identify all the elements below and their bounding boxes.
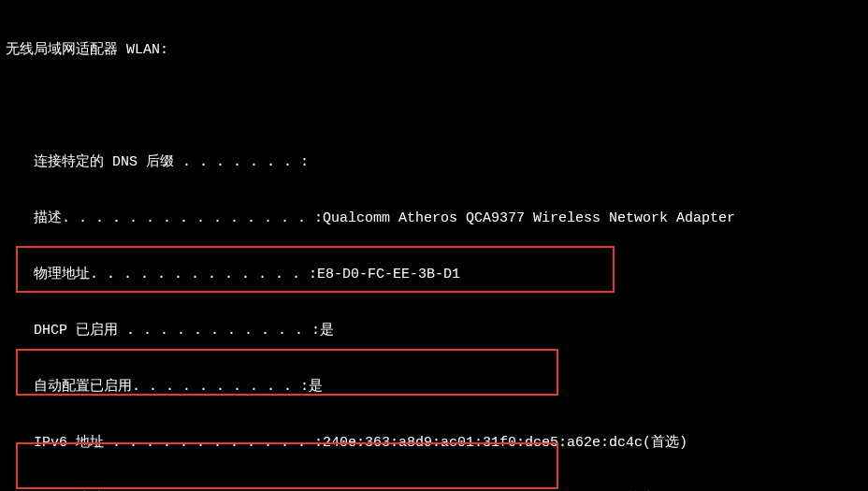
row-label: IPv6 地址 . . . . . . . . . . . . : [34, 434, 323, 453]
config-row: 自动配置已启用. . . . . . . . . . : 是 [6, 378, 862, 397]
row-label: 连接特定的 DNS 后缀 . . . . . . . : [34, 153, 309, 172]
terminal-output: 无线局域网适配器 WLAN: 连接特定的 DNS 后缀 . . . . . . … [0, 0, 868, 491]
header-text: 无线局域网适配器 WLAN: [6, 41, 168, 60]
row-label: 自动配置已启用. . . . . . . . . . : [34, 378, 309, 397]
adapter-header: 无线局域网适配器 WLAN: [6, 41, 862, 60]
row-label: DHCP 已启用 . . . . . . . . . . . : [34, 322, 320, 340]
config-row: 物理地址. . . . . . . . . . . . . : E8-D0-FC… [6, 266, 862, 284]
row-value: Qualcomm Atheros QCA9377 Wireless Networ… [323, 209, 735, 228]
config-row: 连接特定的 DNS 后缀 . . . . . . . : [6, 153, 862, 172]
config-row: IPv6 地址 . . . . . . . . . . . . : 240e:3… [6, 434, 862, 453]
row-value: 是 [320, 322, 334, 340]
row-value: 240e:363:a8d9:ac01:31f0:dce5:a62e:dc4c(首… [323, 434, 687, 453]
row-value: 是 [309, 378, 323, 397]
config-row: 描述. . . . . . . . . . . . . . . : Qualco… [6, 209, 862, 228]
row-label: 物理地址. . . . . . . . . . . . . : [34, 266, 317, 284]
config-row: DHCP 已启用 . . . . . . . . . . . : 是 [6, 322, 862, 340]
row-value: E8-D0-FC-EE-3B-D1 [317, 266, 460, 284]
row-label: 描述. . . . . . . . . . . . . . . : [34, 209, 323, 228]
